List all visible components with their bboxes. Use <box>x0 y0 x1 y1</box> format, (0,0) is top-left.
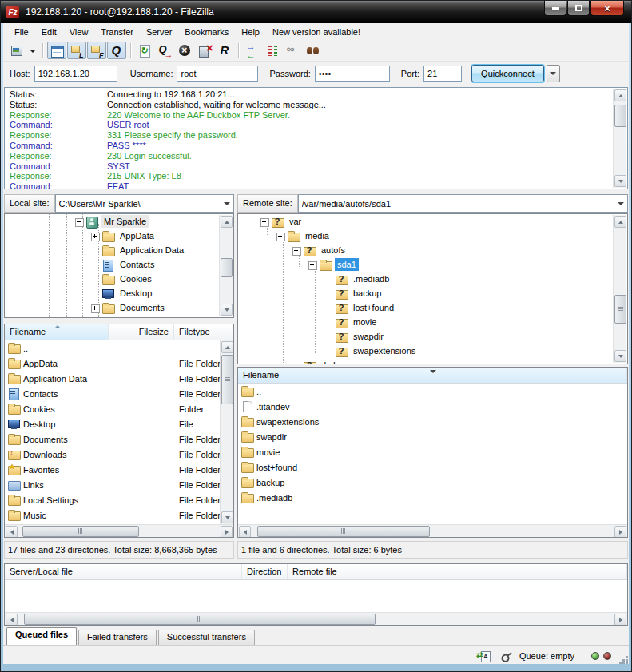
scroll-down-icon[interactable] <box>614 350 626 362</box>
expander-icon[interactable] <box>323 333 333 340</box>
expander-icon[interactable] <box>89 233 100 240</box>
scroll-right-icon[interactable] <box>614 614 626 626</box>
menu-item[interactable]: Server <box>140 25 178 39</box>
remote-list-hscrollbar[interactable] <box>238 524 627 537</box>
tree-row[interactable]: movie <box>238 315 627 329</box>
host-input[interactable]: 192.168.1.20 <box>34 66 117 82</box>
expander-icon[interactable] <box>89 290 100 297</box>
tree-row[interactable]: Documents <box>5 300 233 315</box>
local-site-combobox[interactable]: C:\Users\Mr Sparkle\ <box>55 194 234 213</box>
close-button[interactable]: × <box>590 1 624 16</box>
tree-row[interactable]: Application Data <box>5 243 233 257</box>
file-row[interactable]: movie <box>238 444 627 459</box>
file-row[interactable]: Documents File Folder <box>5 431 220 447</box>
toolbar-button[interactable] <box>263 42 282 59</box>
scroll-down-icon[interactable] <box>221 304 233 316</box>
tree-row[interactable]: autofs <box>238 243 627 257</box>
expander-icon[interactable] <box>275 233 285 240</box>
tree-row[interactable]: .mediadb <box>238 272 627 286</box>
expander-icon[interactable] <box>291 247 301 254</box>
toolbar-button[interactable] <box>87 42 106 59</box>
file-row[interactable]: Links File Folder <box>5 477 220 492</box>
file-row[interactable]: Downloads File Folder <box>5 447 220 462</box>
queue-tab[interactable]: Failed transfers <box>78 630 157 645</box>
tree-row[interactable]: lost+found <box>238 300 627 315</box>
filesize-column-header[interactable]: Filesize <box>109 324 174 340</box>
toolbar-button[interactable] <box>175 42 194 59</box>
menu-item[interactable]: View <box>63 25 95 39</box>
expander-icon[interactable] <box>323 304 333 312</box>
quickconnect-dropdown-button[interactable] <box>547 65 560 82</box>
file-row[interactable]: AppData File Folder <box>5 356 220 371</box>
maximize-button[interactable] <box>567 1 590 16</box>
queue-tab[interactable]: Successful transfers <box>158 630 255 645</box>
tree-row[interactable]: swapdir <box>238 329 627 344</box>
menu-item[interactable]: Bookmarks <box>178 25 235 39</box>
file-row[interactable]: Local Settings File Folder <box>5 492 220 507</box>
toolbar-button[interactable] <box>67 42 86 59</box>
file-row[interactable]: swapdir <box>238 429 627 444</box>
tree-row[interactable]: dvd <box>238 358 627 364</box>
scroll-up-icon[interactable] <box>221 341 233 353</box>
minimize-button[interactable] <box>544 1 566 16</box>
scroll-up-icon[interactable] <box>614 89 626 101</box>
quickconnect-button[interactable]: Quickconnect <box>471 65 544 82</box>
menu-item[interactable]: File <box>8 25 35 39</box>
tree-row[interactable]: Desktop <box>5 286 233 300</box>
toolbar-button[interactable] <box>303 42 322 59</box>
file-row[interactable]: .. <box>5 340 220 356</box>
local-tree-scrollbar[interactable] <box>219 215 233 316</box>
expander-icon[interactable] <box>323 290 333 297</box>
menu-item[interactable]: Help <box>235 25 266 39</box>
expander-icon[interactable] <box>307 261 317 268</box>
expander-icon[interactable] <box>291 362 301 365</box>
scroll-up-icon[interactable] <box>221 216 233 228</box>
toolbar-button[interactable] <box>243 42 262 59</box>
scroll-left-icon[interactable] <box>239 526 251 538</box>
scroll-down-icon[interactable] <box>221 511 233 523</box>
log-scrollbar[interactable] <box>613 89 626 188</box>
remote-file-column-header[interactable]: Remote file <box>288 564 627 579</box>
file-row[interactable]: Application Data File Folder <box>5 371 220 386</box>
resize-grip[interactable] <box>626 662 628 664</box>
file-row[interactable]: Cookies Folder <box>5 401 220 416</box>
scrollbar-thumb[interactable] <box>221 258 233 277</box>
tree-row[interactable]: sda1 <box>238 257 627 272</box>
server-local-file-column-header[interactable]: Server/Local file <box>5 564 242 579</box>
toolbar-button[interactable] <box>195 42 214 59</box>
tree-row[interactable]: var <box>238 214 627 229</box>
local-list-scrollbar[interactable] <box>220 340 233 524</box>
toolbar-button[interactable] <box>135 42 154 59</box>
scroll-left-icon[interactable] <box>6 526 18 538</box>
scroll-right-icon[interactable] <box>221 526 233 538</box>
tree-row[interactable]: backup <box>238 286 627 300</box>
expander-icon[interactable] <box>323 319 333 326</box>
scrollbar-thumb[interactable] <box>22 526 139 537</box>
tree-row[interactable]: Contacts <box>5 257 233 272</box>
expander-icon[interactable] <box>323 348 333 355</box>
remote-site-combobox[interactable]: /var/media/autofs/sda1 <box>298 194 628 213</box>
scrollbar-thumb[interactable] <box>221 355 233 404</box>
scroll-right-icon[interactable] <box>614 526 626 538</box>
direction-column-header[interactable]: Direction <box>242 564 288 579</box>
port-input[interactable]: 21 <box>423 66 462 82</box>
file-row[interactable]: lost+found <box>238 459 627 475</box>
tree-row[interactable]: Mr Sparkle <box>5 214 233 229</box>
file-row[interactable]: Favorites File Folder <box>5 462 220 477</box>
tree-row[interactable]: Cookies <box>5 272 233 286</box>
queue-tab[interactable]: Queued files <box>6 627 77 645</box>
scrollbar-thumb[interactable] <box>257 526 430 537</box>
tree-row[interactable]: AppData <box>5 229 233 243</box>
tree-row[interactable]: swapextensions <box>238 344 627 358</box>
toolbar-button[interactable] <box>47 42 66 59</box>
file-row[interactable]: Desktop File <box>5 416 220 431</box>
menu-item[interactable]: Edit <box>35 25 63 39</box>
scrollbar-thumb[interactable] <box>614 295 626 324</box>
scroll-down-icon[interactable] <box>614 175 626 187</box>
toolbar-button[interactable] <box>127 42 134 59</box>
tree-row[interactable]: Downloads <box>5 315 233 318</box>
file-row[interactable]: .titandev <box>238 399 627 414</box>
toolbar-button[interactable] <box>235 42 242 59</box>
toolbar-button[interactable] <box>39 42 46 59</box>
file-row[interactable]: Music File Folder <box>5 507 220 523</box>
